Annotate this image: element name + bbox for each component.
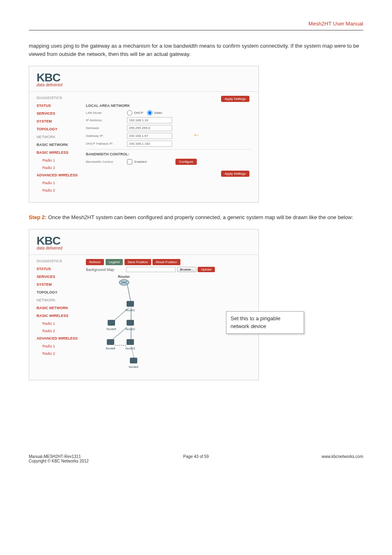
row-fallback: DHCP Fallback IP:: [86, 141, 251, 147]
nav-radio1[interactable]: Radio 1: [42, 158, 86, 162]
topology-toolbar: Refresh Legend Save Position Reset Posit…: [86, 259, 251, 265]
fallback-input[interactable]: [127, 141, 172, 147]
lan-mode-static-radio[interactable]: [147, 110, 152, 116]
node4-label: Node4: [129, 365, 138, 369]
reset-position-button[interactable]: Reset Position: [152, 259, 180, 265]
footer-copyright: Copyright © KBC Networks 2012: [29, 459, 139, 463]
row-bandwidth: Bandwidth Control: Enabled Configure: [86, 159, 251, 165]
apply-settings-bottom-button[interactable]: Apply Settings: [221, 171, 249, 177]
router-icon: [118, 279, 130, 286]
logo-tagline-2: data delivered: [37, 246, 251, 250]
nav-diagnostics[interactable]: DIAGNOSTICS: [37, 96, 86, 100]
lan-mode-dhcp-radio[interactable]: [127, 110, 132, 116]
logo-tagline: data delivered: [37, 83, 251, 87]
node2[interactable]: Node2: [125, 319, 135, 331]
ip-address-label: IP Address:: [86, 118, 127, 122]
node1-label: Node1: [125, 308, 135, 312]
logo-text: KBC: [37, 72, 251, 83]
nav2-diagnostics[interactable]: DIAGNOSTICS: [37, 259, 86, 263]
browse-button[interactable]: Browse...: [177, 267, 196, 272]
screenshot-topology-map: KBC data delivered DIAGNOSTICS STATUS SE…: [29, 229, 259, 380]
nav2-advanced-wireless[interactable]: ADVANCED WIRELESS: [37, 336, 86, 340]
nav2-system[interactable]: SYSTEM: [37, 282, 86, 287]
row-lan-mode: LAN Mode: DHCP Static: [86, 110, 251, 116]
configure-button[interactable]: Configure: [175, 159, 197, 165]
nav-adv-radio2[interactable]: Radio 2: [42, 188, 86, 192]
nav-topology[interactable]: TOPOLOGY: [37, 127, 86, 131]
bandwidth-enabled-checkbox[interactable]: [127, 159, 132, 164]
legend-button[interactable]: Legend: [106, 259, 123, 265]
gateway-label: Gateway IP:: [86, 134, 127, 138]
node2-label: Node2: [125, 327, 135, 331]
nav-status[interactable]: STATUS: [37, 104, 86, 108]
background-map-row: Background Map: Browse... Upload: [86, 267, 251, 272]
logo-text-2: KBC: [37, 235, 251, 247]
nav-system[interactable]: SYSTEM: [37, 119, 86, 123]
refresh-button[interactable]: Refresh: [86, 259, 104, 265]
node3[interactable]: Node3: [125, 338, 135, 350]
page-footer: Manual-MESH2HT-Rev1311 Copyright © KBC N…: [29, 454, 363, 463]
gateway-input[interactable]: [127, 133, 172, 139]
lan-mode-dhcp-text: DHCP: [134, 111, 143, 115]
arrow-annotation-icon: ←: [193, 131, 200, 139]
row-gateway: Gateway IP:: [86, 133, 251, 139]
upload-button[interactable]: Upload: [198, 267, 214, 272]
node6-label: Node6: [106, 347, 115, 350]
router-node[interactable]: Router: [118, 275, 130, 286]
step2-paragraph: Step 2: Once the Mesh2HT system can been…: [29, 213, 363, 222]
nav-adv-radio1[interactable]: Radio 1: [42, 181, 86, 185]
node5-label: Node5: [106, 327, 116, 331]
step2-text: Once the Mesh2HT system can been configu…: [46, 214, 353, 220]
nav2-radio2[interactable]: Radio 2: [42, 329, 86, 333]
nav-radio2[interactable]: Radio 2: [42, 166, 86, 170]
ip-address-input[interactable]: [127, 117, 172, 123]
footer-manual-id: Manual-MESH2HT-Rev1311: [29, 454, 139, 459]
fallback-label: DHCP Fallback IP:: [86, 142, 127, 146]
section-lan-label: LOCAL AREA NETWORK: [86, 104, 251, 108]
sidebar-nav: DIAGNOSTICS STATUS SERVICES SYSTEM TOPOL…: [37, 96, 86, 196]
lan-mode-static-text: Static: [154, 111, 162, 115]
callout-box: Set this to a pingable network device: [226, 311, 304, 333]
node1[interactable]: Node1: [125, 300, 135, 312]
node-icon: [106, 319, 116, 327]
save-position-button[interactable]: Save Position: [125, 259, 151, 265]
background-map-file-input[interactable]: [126, 267, 175, 272]
step2-label: Step 2:: [29, 214, 46, 220]
node6[interactable]: Node6: [106, 338, 115, 350]
nav-basic-network[interactable]: BASIC NETWORK: [37, 143, 86, 147]
footer-page-number: Page 43 of 59: [141, 454, 251, 463]
intro-paragraph: mapping uses ping to the gateway as a me…: [29, 42, 363, 58]
nav2-basic-network[interactable]: BASIC NETWORK: [37, 306, 86, 310]
nav2-services[interactable]: SERVICES: [37, 275, 86, 279]
nav-network[interactable]: NETWORK: [37, 135, 86, 139]
bandwidth-enabled-text: Enabled: [134, 160, 146, 164]
kbc-logo-2: KBC data delivered: [29, 229, 258, 252]
nav2-topology[interactable]: TOPOLOGY: [37, 290, 86, 294]
node3-label: Node3: [125, 347, 135, 350]
nav2-basic-wireless[interactable]: BASIC WIRELESS: [37, 314, 86, 318]
node4[interactable]: Node4: [129, 357, 138, 369]
lan-mode-label: LAN Mode:: [86, 111, 127, 115]
node-icon: [129, 357, 138, 365]
bandwidth-label: Bandwidth Control:: [86, 160, 127, 164]
kbc-logo: KBC data delivered: [29, 66, 258, 89]
nav-advanced-wireless[interactable]: ADVANCED WIRELESS: [37, 173, 86, 177]
apply-settings-top-button[interactable]: Apply Settings: [221, 96, 249, 102]
nav2-radio1[interactable]: Radio 1: [42, 321, 86, 326]
screenshot-lan-settings: KBC data delivered DIAGNOSTICS STATUS SE…: [29, 66, 259, 203]
node5[interactable]: Node5: [106, 319, 116, 331]
row-ip-address: IP Address:: [86, 117, 251, 123]
node-icon: [125, 338, 135, 347]
nav-services[interactable]: SERVICES: [37, 111, 86, 116]
nav2-adv-radio2[interactable]: Radio 2: [42, 352, 86, 356]
sidebar-nav-2: DIAGNOSTICS STATUS SERVICES SYSTEM TOPOL…: [37, 259, 86, 373]
node-icon: [125, 319, 135, 327]
netmask-label: Netmask:: [86, 126, 127, 130]
section-divider: [86, 149, 251, 150]
nav2-status[interactable]: STATUS: [37, 267, 86, 271]
nav2-adv-radio1[interactable]: Radio 1: [42, 344, 86, 348]
page-header-title: Mesh2HT User Manual: [29, 21, 363, 27]
nav-basic-wireless[interactable]: BASIC WIRELESS: [37, 150, 86, 155]
nav2-network[interactable]: NETWORK: [37, 298, 86, 302]
netmask-input[interactable]: [127, 125, 172, 131]
